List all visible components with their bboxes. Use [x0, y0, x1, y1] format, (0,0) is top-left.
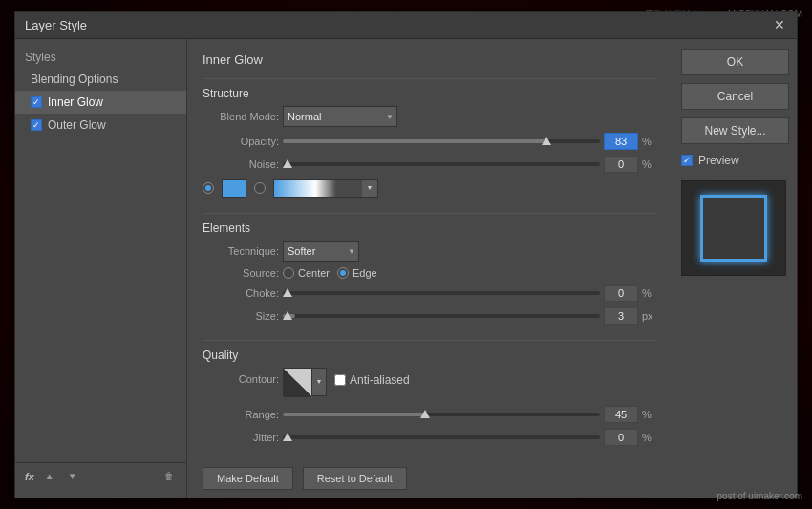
- outer-glow-label: Outer Glow: [48, 118, 106, 132]
- right-panel: OK Cancel New Style... Preview: [673, 39, 797, 498]
- preview-checkbox[interactable]: [681, 155, 693, 166]
- range-group: Range: %: [203, 406, 657, 423]
- anti-aliased-checkbox[interactable]: [334, 374, 346, 386]
- blending-options-label: Blending Options: [31, 73, 118, 86]
- opacity-group: Opacity: %: [203, 133, 657, 150]
- source-options: Center Edge: [283, 267, 377, 279]
- move-down-icon[interactable]: ▼: [65, 469, 80, 484]
- choke-label: Choke:: [203, 287, 279, 299]
- size-value-input[interactable]: [604, 308, 638, 325]
- color-swatch[interactable]: [222, 179, 246, 198]
- make-default-button[interactable]: Make Default: [203, 467, 293, 490]
- jitter-slider-container: [283, 435, 600, 439]
- structure-title: Structure: [203, 87, 657, 100]
- contour-dropdown-arrow[interactable]: ▼: [311, 368, 327, 396]
- range-value-input[interactable]: [604, 406, 638, 423]
- opacity-slider-thumb[interactable]: [542, 137, 551, 145]
- blend-mode-select[interactable]: Normal: [283, 106, 397, 127]
- technique-select-wrapper: Softer: [283, 241, 359, 262]
- jitter-slider-track[interactable]: [283, 435, 600, 439]
- source-center-radio[interactable]: [283, 267, 294, 279]
- title-bar: Layer Style ✕: [15, 12, 797, 39]
- noise-slider-track[interactable]: [283, 162, 600, 166]
- size-slider-thumb[interactable]: [283, 311, 292, 320]
- contour-swatch[interactable]: [283, 368, 311, 396]
- preview-canvas: [681, 180, 786, 276]
- preview-label: Preview: [698, 154, 739, 167]
- blend-mode-select-wrapper: Normal: [283, 106, 397, 127]
- source-edge-radio[interactable]: [337, 267, 349, 279]
- sidebar-item-blending-options[interactable]: Blending Options: [15, 68, 186, 91]
- inner-glow-label: Inner Glow: [48, 95, 103, 109]
- color-row: ▼: [203, 179, 657, 198]
- action-buttons: Make Default Reset to Default: [203, 467, 657, 490]
- close-button[interactable]: ✕: [772, 17, 787, 32]
- left-panel: Styles Blending Options Inner Glow Outer…: [15, 39, 187, 498]
- range-slider-thumb[interactable]: [420, 410, 430, 418]
- jitter-slider-thumb[interactable]: [283, 433, 292, 441]
- noise-value-input[interactable]: [604, 156, 638, 173]
- source-center-label[interactable]: Center: [283, 267, 330, 279]
- preview-inner-box: [700, 195, 767, 262]
- preview-row: Preview: [681, 152, 789, 169]
- jitter-value-input[interactable]: [604, 429, 638, 446]
- choke-slider-thumb[interactable]: [283, 288, 292, 297]
- opacity-slider-track[interactable]: [283, 139, 600, 143]
- range-slider-track[interactable]: [283, 413, 600, 416]
- cancel-button[interactable]: Cancel: [681, 83, 789, 110]
- range-slider-container: [283, 413, 600, 416]
- dialog-body: Styles Blending Options Inner Glow Outer…: [15, 39, 797, 498]
- footer-text: post of uimaker.com: [717, 491, 802, 501]
- range-label: Range:: [203, 409, 279, 420]
- sidebar-item-outer-glow[interactable]: Outer Glow: [15, 114, 186, 137]
- quality-title: Quality: [203, 349, 657, 362]
- contour-label: Contour:: [203, 368, 279, 385]
- size-slider-track[interactable]: [283, 314, 600, 318]
- reset-to-default-button[interactable]: Reset to Default: [303, 467, 407, 490]
- choke-slider-track[interactable]: [283, 291, 600, 295]
- color-radio[interactable]: [203, 182, 214, 194]
- size-group: Size: px: [203, 308, 657, 325]
- noise-group: Noise: %: [203, 156, 657, 173]
- blend-mode-group: Blend Mode: Normal: [203, 106, 657, 127]
- choke-unit: %: [642, 287, 657, 299]
- choke-slider-container: [283, 291, 600, 295]
- fx-icon[interactable]: fx: [25, 471, 34, 482]
- sidebar-item-inner-glow[interactable]: Inner Glow: [15, 91, 186, 114]
- size-unit: px: [642, 310, 657, 322]
- noise-slider-thumb[interactable]: [283, 159, 292, 168]
- new-style-button[interactable]: New Style...: [681, 117, 789, 144]
- dialog-title: Layer Style: [25, 18, 87, 32]
- opacity-value-input[interactable]: [604, 133, 638, 150]
- outer-glow-checkbox[interactable]: [31, 119, 42, 131]
- ok-button[interactable]: OK: [681, 49, 789, 75]
- antialiased-group: Anti-aliased: [334, 373, 410, 387]
- source-group: Source: Center Edge: [203, 267, 657, 279]
- left-footer: fx ▲ ▼ 🗑: [15, 462, 186, 490]
- noise-unit: %: [642, 159, 657, 170]
- jitter-group: Jitter: %: [203, 429, 657, 446]
- gradient-radio[interactable]: [254, 182, 266, 194]
- choke-group: Choke: %: [203, 285, 657, 302]
- source-label: Source:: [203, 267, 279, 279]
- styles-label: Styles: [15, 47, 186, 68]
- source-edge-label[interactable]: Edge: [337, 267, 377, 279]
- choke-value-input[interactable]: [604, 285, 638, 302]
- technique-select[interactable]: Softer: [283, 241, 359, 262]
- contour-group: Contour: ▼ Anti-aliased: [203, 368, 657, 396]
- quality-section: Quality Contour: ▼: [203, 340, 657, 452]
- gradient-dropdown-arrow[interactable]: ▼: [362, 180, 377, 197]
- source-center-text: Center: [298, 267, 330, 279]
- elements-section: Elements Technique: Softer Source:: [203, 213, 657, 330]
- source-edge-text: Edge: [353, 267, 377, 279]
- blend-mode-label: Blend Mode:: [203, 111, 279, 122]
- opacity-slider-container: [283, 139, 600, 143]
- anti-aliased-label: Anti-aliased: [350, 373, 410, 387]
- gradient-swatch[interactable]: ▼: [273, 179, 378, 198]
- delete-icon[interactable]: 🗑: [161, 469, 177, 484]
- noise-label: Noise:: [203, 159, 279, 170]
- size-label: Size:: [203, 310, 279, 322]
- structure-section: Structure Blend Mode: Normal Opacity:: [203, 78, 657, 203]
- inner-glow-checkbox[interactable]: [31, 96, 42, 108]
- move-up-icon[interactable]: ▲: [42, 469, 57, 484]
